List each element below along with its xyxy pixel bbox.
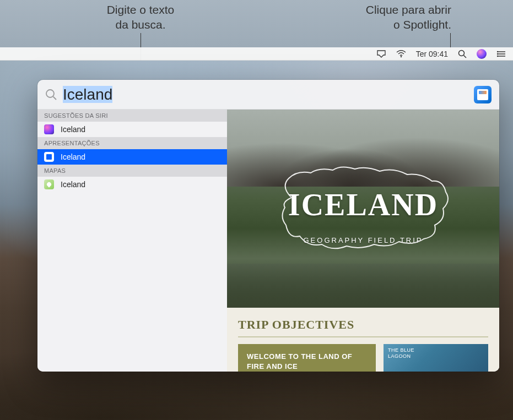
maps-icon (44, 179, 54, 189)
svg-point-6 (497, 51, 498, 52)
svg-line-2 (464, 55, 467, 58)
preview-slide-1: ICELAND GEOGRAPHY FIELD TRIP (227, 110, 499, 308)
result-maps-iceland[interactable]: Iceland (37, 177, 227, 192)
callout-search: Digite o texto da busca. (91, 2, 190, 32)
wifi-icon[interactable] (396, 50, 406, 58)
siri-icon[interactable] (477, 49, 487, 59)
result-siri-iceland[interactable]: Iceland (37, 122, 227, 137)
result-label: Iceland (61, 125, 85, 134)
trip-objectives-heading: TRIP OBJECTIVES (238, 318, 488, 337)
svg-point-7 (497, 53, 498, 54)
datetime[interactable]: Ter 09:41 (416, 50, 448, 58)
siri-icon (44, 124, 54, 134)
blue-lagoon-box: THE BLUE LAGOON (384, 344, 488, 372)
keynote-file-icon (44, 152, 54, 162)
keynote-app-icon (474, 86, 492, 103)
search-row: Iceland (37, 80, 499, 110)
search-icon (45, 89, 57, 101)
result-label: Iceland (61, 152, 85, 161)
section-header-maps: MAPAS (37, 165, 227, 177)
svg-point-1 (459, 50, 465, 56)
preview-slide-2: TRIP OBJECTIVES WELCOME TO THE LAND OF F… (227, 308, 499, 372)
spotlight-icon[interactable] (458, 50, 467, 58)
welcome-box: WELCOME TO THE LAND OF FIRE AND ICE (238, 344, 376, 372)
svg-point-8 (497, 55, 498, 56)
spotlight-window: Iceland SUGESTÕES DA SIRI Iceland APRESE… (37, 80, 499, 372)
slide-subtitle: GEOGRAPHY FIELD TRIP (303, 236, 423, 244)
svg-point-9 (46, 90, 54, 97)
result-label: Iceland (61, 180, 85, 189)
section-header-siri: SUGESTÕES DA SIRI (37, 110, 227, 122)
slide-title: ICELAND (288, 187, 438, 222)
search-input[interactable]: Iceland (63, 86, 474, 103)
svg-point-0 (400, 56, 401, 57)
svg-line-10 (53, 96, 57, 100)
result-presentation-iceland[interactable]: Iceland (37, 149, 227, 165)
section-header-presentations: APRESENTAÇÕES (37, 137, 227, 149)
airplay-icon[interactable] (376, 50, 386, 58)
preview-pane: ICELAND GEOGRAPHY FIELD TRIP TRIP OBJECT… (227, 110, 499, 372)
callout-spotlight: Clique para abrir o Spotlight. (330, 2, 451, 32)
menubar: Ter 09:41 (0, 47, 513, 61)
notification-center-icon[interactable] (496, 50, 506, 58)
results-sidebar: SUGESTÕES DA SIRI Iceland APRESENTAÇÕES … (37, 110, 227, 372)
